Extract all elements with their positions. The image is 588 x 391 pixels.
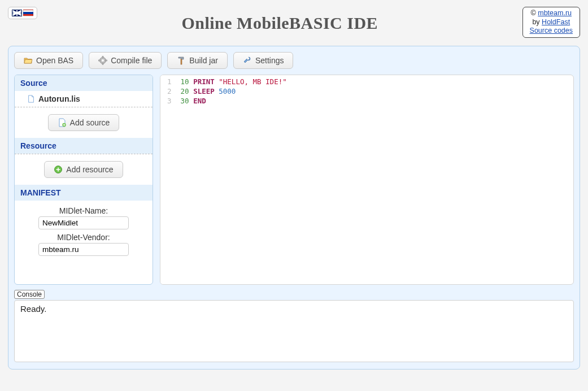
settings-button[interactable]: Settings [233, 52, 294, 69]
settings-label: Settings [255, 56, 284, 65]
code-editor[interactable]: 1 2 3 10 PRINT "HELLO, MB IDE!" 20 SLEEP… [160, 75, 574, 285]
main-toolbar: Open BAS Compile file Build jar Settings [14, 52, 574, 69]
copyright-prefix: © [531, 9, 538, 17]
svg-rect-2 [102, 56, 103, 58]
ide-panel: Open BAS Compile file Build jar Settings… [8, 46, 580, 370]
file-add-icon [58, 118, 67, 127]
folder-open-icon [24, 56, 33, 65]
svg-rect-3 [102, 63, 103, 64]
console-output: Ready. [14, 300, 574, 362]
gear-icon [98, 56, 107, 65]
source-header: Source [15, 75, 153, 91]
midlet-vendor-input[interactable] [38, 243, 129, 256]
console-label: Console [14, 290, 45, 299]
manifest-body: MIDlet-Name: MIDlet-Vendor: [15, 201, 153, 265]
svg-point-1 [102, 59, 104, 62]
build-jar-button[interactable]: Build jar [167, 52, 228, 69]
author-link[interactable]: HoldFast [542, 18, 570, 26]
add-source-label: Add source [70, 118, 110, 127]
plus-circle-icon [54, 165, 63, 174]
attribution-box: © mbteam.ru by HoldFast Source codes [522, 7, 580, 38]
midlet-vendor-label: MIDlet-Vendor: [21, 233, 146, 242]
open-bas-button[interactable]: Open BAS [14, 52, 83, 69]
build-jar-label: Build jar [189, 56, 218, 65]
source-file-item[interactable]: Autorun.lis [15, 91, 153, 107]
resource-header: Resource [15, 138, 153, 154]
midlet-name-label: MIDlet-Name: [21, 206, 146, 215]
hammer-icon [177, 56, 186, 65]
open-bas-label: Open BAS [36, 56, 73, 65]
flag-ru-icon[interactable] [23, 10, 33, 16]
editor-code[interactable]: 10 PRINT "HELLO, MB IDE!" 20 SLEEP 5000 … [176, 75, 573, 284]
add-resource-label: Add resource [66, 165, 113, 174]
site-link[interactable]: mbteam.ru [538, 9, 572, 17]
sidebar: Source Autorun.lis Add source Resource A… [14, 75, 153, 285]
midlet-name-input[interactable] [38, 216, 129, 229]
svg-rect-4 [99, 60, 101, 61]
compile-button[interactable]: Compile file [89, 52, 162, 69]
wrench-icon [243, 56, 252, 65]
compile-label: Compile file [111, 56, 152, 65]
source-file-name: Autorun.lis [38, 94, 80, 103]
source-codes-link[interactable]: Source codes [530, 27, 573, 34]
file-icon [27, 95, 35, 103]
svg-rect-5 [106, 60, 107, 61]
page-title: Online MobileBASIC IDE [37, 7, 522, 33]
editor-gutter: 1 2 3 [160, 75, 176, 284]
add-source-button[interactable]: Add source [48, 114, 120, 131]
manifest-header: MANIFEST [15, 185, 153, 201]
by-prefix: by [532, 18, 542, 26]
flag-uk-icon[interactable] [12, 10, 22, 16]
svg-rect-6 [181, 59, 182, 64]
add-resource-button[interactable]: Add resource [44, 161, 123, 178]
language-switcher[interactable] [8, 7, 37, 19]
